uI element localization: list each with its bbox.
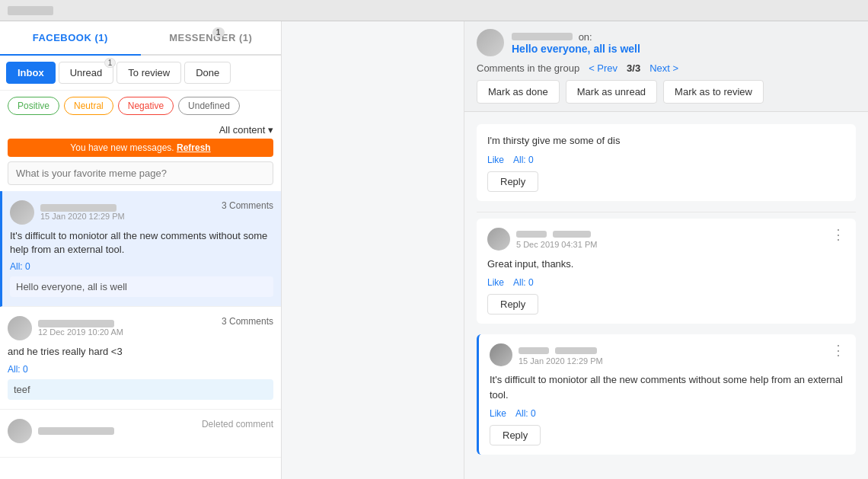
divider-1 bbox=[477, 212, 856, 212]
tag-undefined[interactable]: Undefined bbox=[178, 97, 240, 115]
mark-unread-button[interactable]: Mark as unread bbox=[566, 80, 657, 104]
comment-avatar-2 bbox=[487, 228, 510, 251]
author-name-blur-2 bbox=[38, 320, 114, 327]
reply-button-2[interactable]: Reply bbox=[487, 294, 538, 315]
content-filter-label: All content bbox=[219, 124, 266, 136]
comment-name-blur-3 bbox=[519, 347, 549, 354]
tab-messenger-label: MESSENGER (1) bbox=[169, 32, 252, 43]
content-filter-arrow: ▾ bbox=[268, 124, 273, 136]
unread-badge: 1 bbox=[104, 58, 116, 68]
msg-date-2: 12 Dec 2019 10:20 AM bbox=[38, 327, 123, 337]
msg-reply-preview-2: teef bbox=[8, 379, 273, 400]
all-label-3: All: 0 bbox=[515, 408, 536, 419]
author-name-blur-1 bbox=[40, 204, 116, 212]
right-header-on-label: on: bbox=[579, 31, 592, 43]
comment-block-2: 5 Dec 2019 04:31 PM ⋮ Great input, thank… bbox=[477, 219, 856, 324]
comment-text-1: I'm thirsty give me some of dis bbox=[487, 133, 845, 148]
right-header-name-blur bbox=[512, 33, 573, 40]
message-item[interactable]: 15 Jan 2020 12:29 PM 3 Comments It's dif… bbox=[0, 191, 281, 307]
msg-stats-2: All: 0 bbox=[8, 364, 273, 375]
avatar-3 bbox=[8, 419, 32, 443]
comment-more-icon-3[interactable]: ⋮ bbox=[831, 343, 845, 357]
msg-body-2: and he tries really hard <3 bbox=[8, 345, 273, 359]
app-logo bbox=[8, 6, 53, 15]
comment-date-3: 15 Jan 2020 12:29 PM bbox=[519, 356, 603, 366]
msg-header-1: 15 Jan 2020 12:29 PM 3 Comments bbox=[10, 200, 273, 225]
content-filter-bar: All content ▾ bbox=[0, 121, 281, 139]
refresh-link[interactable]: Refresh bbox=[177, 142, 211, 153]
author-info-1: 15 Jan 2020 12:29 PM bbox=[40, 204, 125, 221]
comment-author-info-3: 15 Jan 2020 12:29 PM bbox=[519, 345, 603, 366]
msg-date-1: 15 Jan 2020 12:29 PM bbox=[40, 212, 125, 221]
content-filter-dropdown[interactable]: All content ▾ bbox=[219, 124, 273, 136]
like-button-2[interactable]: Like bbox=[487, 277, 504, 288]
reply-button-3[interactable]: Reply bbox=[490, 425, 541, 445]
tab-messenger[interactable]: MESSENGER (1) 1 bbox=[141, 21, 282, 54]
comment-author-3: 15 Jan 2020 12:29 PM bbox=[490, 343, 603, 366]
tag-negative[interactable]: Negative bbox=[118, 97, 174, 115]
msg-comments-3: Deleted comment bbox=[202, 419, 273, 430]
right-panel: on: Hello everyone, all is well Comments… bbox=[464, 21, 868, 479]
filter-inbox[interactable]: Inbox bbox=[6, 62, 56, 84]
comment-name-blur-3b bbox=[555, 347, 597, 354]
comment-more-icon-2[interactable]: ⋮ bbox=[831, 228, 845, 241]
msg-body-1: It's difficult to moniotor all the new c… bbox=[10, 229, 273, 257]
comment-block-3: 15 Jan 2020 12:29 PM ⋮ It's difficult to… bbox=[477, 334, 856, 455]
comment-author-info-2: 5 Dec 2019 04:31 PM bbox=[516, 228, 597, 249]
comment-text-3: It's difficult to moniotor all the new c… bbox=[490, 372, 845, 402]
comment-name-blur-2 bbox=[516, 231, 547, 238]
filter-done[interactable]: Done bbox=[184, 62, 231, 84]
comment-avatar-3 bbox=[490, 343, 512, 366]
tab-facebook-label: FACEBOOK (1) bbox=[33, 32, 108, 43]
all-label-1: All: 0 bbox=[513, 155, 534, 165]
comment-actions-3: Like All: 0 bbox=[490, 408, 845, 419]
comment-actions-1: Like All: 0 bbox=[487, 155, 845, 165]
sentiment-bar: Positive Neutral Negative Undefined bbox=[0, 91, 281, 121]
filter-unread-label: Unread bbox=[70, 67, 103, 78]
avatar-1 bbox=[10, 200, 34, 225]
middle-panel bbox=[282, 21, 464, 479]
msg-header-3: Deleted comment bbox=[8, 419, 273, 443]
nav-prev[interactable]: < Prev bbox=[589, 62, 617, 74]
nav-bar: Comments in the group < Prev 3/3 Next > bbox=[477, 62, 856, 74]
message-item-3[interactable]: Deleted comment bbox=[0, 410, 281, 458]
messenger-badge: 1 bbox=[212, 27, 225, 37]
msg-reply-preview-1: Hello everyone, all is well bbox=[10, 276, 273, 297]
right-header-text: on: Hello everyone, all is well bbox=[512, 31, 640, 55]
right-header-top: on: Hello everyone, all is well bbox=[477, 29, 856, 56]
msg-stats-1: All: 0 bbox=[10, 261, 273, 272]
filter-unread[interactable]: Unread 1 bbox=[59, 62, 114, 84]
search-input[interactable] bbox=[8, 161, 273, 185]
message-item-2[interactable]: 12 Dec 2019 10:20 AM 3 Comments and he t… bbox=[0, 307, 281, 409]
msg-comments-2: 3 Comments bbox=[222, 316, 273, 327]
msg-header-2: 12 Dec 2019 10:20 AM 3 Comments bbox=[8, 316, 273, 340]
reply-button-1[interactable]: Reply bbox=[487, 171, 538, 192]
like-button-1[interactable]: Like bbox=[487, 155, 504, 165]
comment-header-3: 15 Jan 2020 12:29 PM ⋮ bbox=[490, 343, 845, 366]
mark-done-button[interactable]: Mark as done bbox=[477, 80, 560, 104]
avatar-2 bbox=[8, 316, 32, 340]
right-header: on: Hello everyone, all is well Comments… bbox=[464, 21, 868, 112]
comment-text-2: Great input, thanks. bbox=[487, 257, 845, 272]
author-info-2: 12 Dec 2019 10:20 AM bbox=[38, 320, 123, 337]
nav-next[interactable]: Next > bbox=[649, 62, 678, 74]
msg-comments-1: 3 Comments bbox=[222, 200, 273, 211]
comment-actions-2: Like All: 0 bbox=[487, 277, 845, 288]
comments-thread: I'm thirsty give me some of dis Like All… bbox=[464, 112, 868, 479]
tag-neutral[interactable]: Neutral bbox=[64, 97, 113, 115]
author-name-blur-3 bbox=[38, 427, 114, 435]
tag-positive[interactable]: Positive bbox=[8, 97, 59, 115]
app-bar bbox=[0, 0, 868, 21]
messages-list: 15 Jan 2020 12:29 PM 3 Comments It's dif… bbox=[0, 191, 281, 479]
nav-label: Comments in the group bbox=[477, 62, 579, 74]
comment-date-2: 5 Dec 2019 04:31 PM bbox=[516, 240, 597, 249]
filter-toreview[interactable]: To review bbox=[116, 62, 181, 84]
mark-review-button[interactable]: Mark as to review bbox=[663, 80, 764, 104]
all-label-2: All: 0 bbox=[513, 277, 534, 288]
filter-bar: Inbox Unread 1 To review Done bbox=[0, 56, 281, 91]
new-messages-banner: You have new messages. Refresh bbox=[8, 139, 273, 157]
nav-count: 3/3 bbox=[627, 62, 640, 74]
like-button-3[interactable]: Like bbox=[490, 408, 506, 419]
action-buttons: Mark as done Mark as unread Mark as to r… bbox=[477, 80, 856, 104]
tab-facebook[interactable]: FACEBOOK (1) bbox=[0, 21, 141, 56]
